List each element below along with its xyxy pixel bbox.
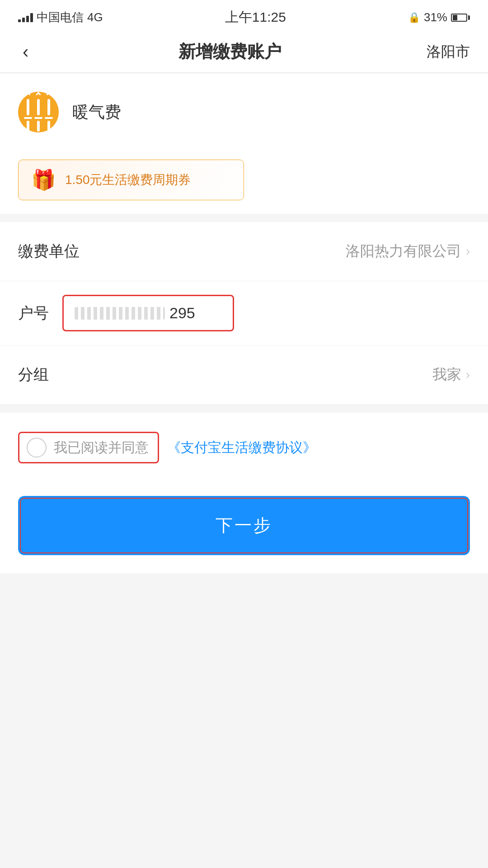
nav-bar: ‹ 新增缴费账户 洛阳市 xyxy=(0,31,488,73)
group-label: 分组 xyxy=(18,364,49,385)
status-left: 中国电信 4G xyxy=(18,9,103,25)
lock-icon: 🔒 xyxy=(408,12,420,24)
pay-unit-value: 洛阳热力有限公司 xyxy=(346,241,461,261)
account-row: 户号 295 xyxy=(0,281,488,345)
battery-icon xyxy=(451,14,470,22)
battery-label: 31% xyxy=(424,10,447,24)
form-section: 缴费单位 洛阳热力有限公司 › 户号 295 分组 我家 › xyxy=(0,222,488,405)
agreement-link[interactable]: 《支付宝生活缴费协议》 xyxy=(167,439,316,457)
pay-unit-label: 缴费单位 xyxy=(18,241,80,262)
back-button[interactable]: ‹ xyxy=(18,42,33,62)
service-icon xyxy=(18,92,59,132)
agreement-read-label: 我已阅读并同意 xyxy=(54,439,149,457)
pay-unit-row[interactable]: 缴费单位 洛阳热力有限公司 › xyxy=(0,222,488,281)
agreement-checkbox-area[interactable]: 我已阅读并同意 xyxy=(18,432,159,463)
coupon-emoji-icon: 🎁 xyxy=(31,168,56,192)
coupon-banner[interactable]: 🎁 1.50元生活缴费周期券 xyxy=(18,160,244,200)
agreement-radio[interactable] xyxy=(27,438,47,458)
account-input-box[interactable]: 295 xyxy=(62,295,234,331)
group-value-group[interactable]: 我家 › xyxy=(432,365,470,385)
carrier-label: 中国电信 xyxy=(37,9,84,25)
coupon-section[interactable]: 🎁 1.50元生活缴费周期券 xyxy=(0,151,488,214)
group-value: 我家 xyxy=(432,365,461,385)
section-divider xyxy=(0,214,488,222)
time-label: 上午11:25 xyxy=(225,8,286,27)
city-label: 洛阳市 xyxy=(427,42,470,62)
next-button[interactable]: 下一步 xyxy=(21,499,467,552)
pay-unit-value-group[interactable]: 洛阳热力有限公司 › xyxy=(346,241,470,261)
service-section: 暖气费 xyxy=(0,74,488,151)
next-btn-inner: 下一步 xyxy=(20,498,468,553)
service-name: 暖气费 xyxy=(72,101,121,123)
page-title: 新增缴费账户 xyxy=(178,40,282,63)
signal-icon xyxy=(18,13,33,22)
next-button-section: 下一步 xyxy=(0,482,488,573)
next-btn-outer: 下一步 xyxy=(18,496,470,555)
status-right: 🔒 31% xyxy=(408,10,470,24)
account-number: 295 xyxy=(169,304,195,322)
network-label: 4G xyxy=(87,10,103,24)
pay-unit-chevron-icon: › xyxy=(466,244,470,259)
group-chevron-icon: › xyxy=(466,368,470,382)
coupon-text: 1.50元生活缴费周期券 xyxy=(65,171,191,189)
account-label: 户号 xyxy=(18,303,49,324)
group-row[interactable]: 分组 我家 › xyxy=(0,345,488,405)
status-bar: 中国电信 4G 上午11:25 🔒 31% xyxy=(0,0,488,31)
agreement-row: 我已阅读并同意 《支付宝生活缴费协议》 xyxy=(0,413,488,482)
account-blur-placeholder xyxy=(75,307,165,320)
